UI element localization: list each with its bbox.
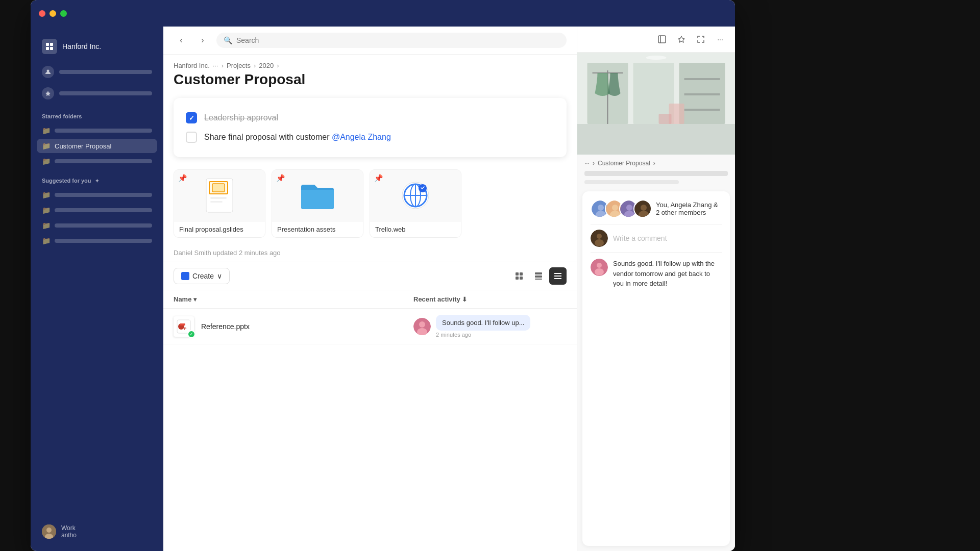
traffic-light-green[interactable] xyxy=(60,10,67,17)
breadcrumb-org[interactable]: Hanford Inc. xyxy=(174,62,210,69)
breadcrumb: Hanford Inc. ··· › Projects › 2020 › xyxy=(174,62,567,69)
search-input[interactable] xyxy=(236,36,559,44)
pin-button[interactable] xyxy=(674,32,689,47)
preview-title-bar xyxy=(584,171,728,176)
comment-placeholder[interactable]: Write a comment xyxy=(613,234,667,242)
breadcrumb-dots[interactable]: ··· xyxy=(213,62,218,69)
comment-input-row: Write a comment xyxy=(591,224,722,253)
panel-toggle-button[interactable] xyxy=(654,32,670,47)
user-sub: antho xyxy=(61,532,77,539)
left-panel: ‹ › 🔍 Hanford Inc. ··· › Projects › xyxy=(163,27,577,551)
create-arrow: ∨ xyxy=(217,272,222,280)
members-row: You, Angela Zhang &2 other members xyxy=(591,199,722,218)
folder-icon: 📁 xyxy=(42,191,51,199)
mention-angela[interactable]: @Angela Zhang xyxy=(332,133,391,141)
preview-dots[interactable]: ··· xyxy=(584,160,590,167)
view-cards-icon[interactable] xyxy=(530,267,547,285)
forward-button[interactable]: › xyxy=(195,33,210,48)
folder-bar xyxy=(55,129,152,133)
preview-image xyxy=(577,53,735,155)
checklist-text-1: Leadership approval xyxy=(204,113,278,122)
svg-point-55 xyxy=(646,56,667,60)
traffic-light-red[interactable] xyxy=(39,10,45,17)
breadcrumb-projects[interactable]: Projects xyxy=(227,62,251,69)
svg-rect-3 xyxy=(50,47,53,50)
file-preview-gslides: 📌 xyxy=(174,170,265,221)
file-card-web[interactable]: 📌 T xyxy=(370,169,461,238)
create-icon xyxy=(181,272,189,280)
more-options-button[interactable]: ··· xyxy=(713,32,728,47)
activity-sort: ⬇ xyxy=(462,296,467,303)
member-avatar-4 xyxy=(633,199,652,218)
suggested-folder-3[interactable]: 📁 xyxy=(37,218,157,233)
person-icon xyxy=(42,66,54,78)
right-header: ··· xyxy=(577,27,735,53)
web-icon xyxy=(400,180,431,211)
svg-rect-44 xyxy=(577,124,735,155)
search-icon: 🔍 xyxy=(224,36,232,44)
commenter-avatar xyxy=(591,259,608,276)
col-name-header[interactable]: Name ▾ xyxy=(174,295,413,303)
sidebar-item-star[interactable] xyxy=(37,84,157,103)
org-icon xyxy=(42,39,57,54)
file-card-folder[interactable]: 📌 Presentation assets xyxy=(272,169,363,238)
folder-bar xyxy=(55,159,152,163)
folder-icon: 📁 xyxy=(42,206,51,214)
create-button[interactable]: Create ∨ xyxy=(174,268,230,284)
suggested-folder-4[interactable]: 📁 xyxy=(37,234,157,248)
svg-point-63 xyxy=(626,205,632,211)
folder-bar xyxy=(55,208,152,212)
svg-rect-2 xyxy=(46,47,49,50)
user-profile[interactable]: Work antho xyxy=(37,520,157,543)
right-panel: ··· xyxy=(577,27,735,551)
checkbox-1[interactable] xyxy=(186,112,197,123)
svg-point-60 xyxy=(612,205,618,211)
checklist-item-2: Share final proposal with customer @Ange… xyxy=(186,128,554,147)
sidebar-item-person[interactable] xyxy=(37,62,157,82)
breadcrumb-year[interactable]: 2020 xyxy=(259,62,274,69)
search-bar[interactable]: 🔍 xyxy=(216,33,567,48)
sidebar-folder-1[interactable]: 📁 xyxy=(37,123,157,138)
nav-bar xyxy=(59,70,152,74)
svg-rect-52 xyxy=(684,109,720,111)
col-activity-header[interactable]: Recent activity ⬇ xyxy=(413,295,567,303)
svg-point-7 xyxy=(46,528,52,533)
svg-point-39 xyxy=(419,321,425,328)
sidebar: Hanford Inc. xyxy=(31,27,163,551)
preview-folder[interactable]: Customer Proposal xyxy=(598,160,650,167)
folder-bar xyxy=(55,193,152,197)
file-card-gslides[interactable]: 📌 xyxy=(174,169,265,238)
sidebar-folder-customer-proposal[interactable]: 📁 Customer Proposal xyxy=(37,139,157,153)
suggested-folder-2[interactable]: 📁 xyxy=(37,203,157,217)
view-list-icon[interactable] xyxy=(549,267,567,285)
sidebar-org[interactable]: Hanford Inc. xyxy=(37,35,157,58)
starred-label: Starred folders xyxy=(42,113,152,119)
file-pptx-icon: P ✓ xyxy=(174,316,194,337)
svg-rect-24 xyxy=(520,272,523,276)
folder-icon: 📁 xyxy=(42,127,51,135)
file-label-folder: Presentation assets xyxy=(272,221,363,237)
suggested-label: Suggested for you ✦ xyxy=(42,178,152,184)
svg-rect-23 xyxy=(516,272,519,276)
comment-input-avatar xyxy=(591,230,608,247)
sort-arrow: ▾ xyxy=(193,296,197,303)
files-grid-container: 📌 xyxy=(174,169,567,238)
checkbox-2[interactable] xyxy=(186,132,197,143)
svg-rect-1 xyxy=(50,43,53,46)
svg-rect-27 xyxy=(535,272,542,274)
expand-button[interactable] xyxy=(693,32,708,47)
activity-avatar xyxy=(413,318,431,335)
suggested-folder-1[interactable]: 📁 xyxy=(37,188,157,202)
view-grid-icon[interactable] xyxy=(510,267,528,285)
star-icon xyxy=(42,87,54,99)
table-row[interactable]: P ✓ Reference.pptx xyxy=(163,309,577,344)
pin-icon: 📌 xyxy=(178,174,187,182)
activity-col: Sounds good. I'll follow up... 2 minutes… xyxy=(413,315,567,338)
back-button[interactable]: ‹ xyxy=(174,33,189,48)
svg-rect-36 xyxy=(180,323,185,325)
nav-bar xyxy=(59,91,152,95)
traffic-light-yellow[interactable] xyxy=(50,10,56,17)
page-title: Customer Proposal xyxy=(174,71,567,88)
sidebar-folder-3[interactable]: 📁 xyxy=(37,154,157,168)
toolbar: Create ∨ xyxy=(163,262,577,290)
